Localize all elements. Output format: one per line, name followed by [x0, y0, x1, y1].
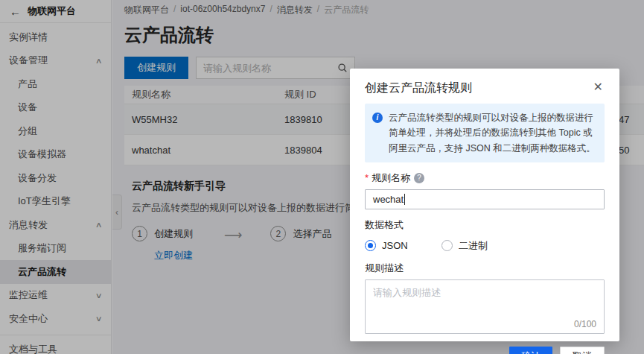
char-counter: 0/100 [574, 319, 596, 329]
cancel-button[interactable]: 取消 [560, 347, 605, 354]
rule-desc-textarea[interactable] [373, 286, 596, 315]
radio-dot [368, 243, 373, 248]
confirm-button[interactable]: 确认 [509, 347, 552, 354]
rule-desc-box: 0/100 [365, 279, 605, 334]
text-cursor [404, 194, 405, 205]
rule-name-value: wechat [373, 194, 404, 205]
help-icon[interactable]: ? [414, 173, 424, 183]
info-alert-text: 云产品流转类型的规则可以对设备上报的数据进行简单处理，并将处理后的数据流转到其他… [389, 110, 596, 156]
radio-option-JSON[interactable]: JSON [365, 239, 441, 253]
radio-option-二进制[interactable]: 二进制 [441, 239, 518, 253]
radio-option-label: 二进制 [459, 239, 488, 253]
close-icon[interactable]: ✕ [592, 80, 605, 95]
radio-selected-icon [365, 240, 376, 251]
rule-desc-label: 规则描述 [365, 262, 605, 275]
radio-option-label: JSON [382, 240, 408, 251]
radio-unselected-icon [441, 240, 453, 251]
modal-title: 创建云产品流转规则 [365, 80, 472, 95]
data-format-label-text: 数据格式 [365, 218, 404, 232]
radio-dot [444, 243, 450, 248]
data-format-label: 数据格式 [365, 218, 605, 232]
info-alert: i 云产品流转类型的规则可以对设备上报的数据进行简单处理，并将处理后的数据流转到… [365, 104, 605, 162]
rule-desc-label-text: 规则描述 [365, 262, 404, 275]
rule-name-label-text: 规则名称 [372, 171, 410, 185]
data-format-radio-group: JSON二进制 [365, 239, 605, 253]
create-rule-modal: 创建云产品流转规则 ✕ i 云产品流转类型的规则可以对设备上报的数据进行简单处理… [350, 69, 619, 341]
modal-footer: 确认 取消 [365, 347, 605, 354]
rule-name-label: * 规则名称 ? [365, 171, 605, 185]
rule-name-input[interactable]: wechat [365, 189, 605, 209]
info-icon: i [372, 113, 383, 123]
modal-header: 创建云产品流转规则 ✕ [365, 80, 605, 95]
required-asterisk: * [365, 172, 369, 183]
